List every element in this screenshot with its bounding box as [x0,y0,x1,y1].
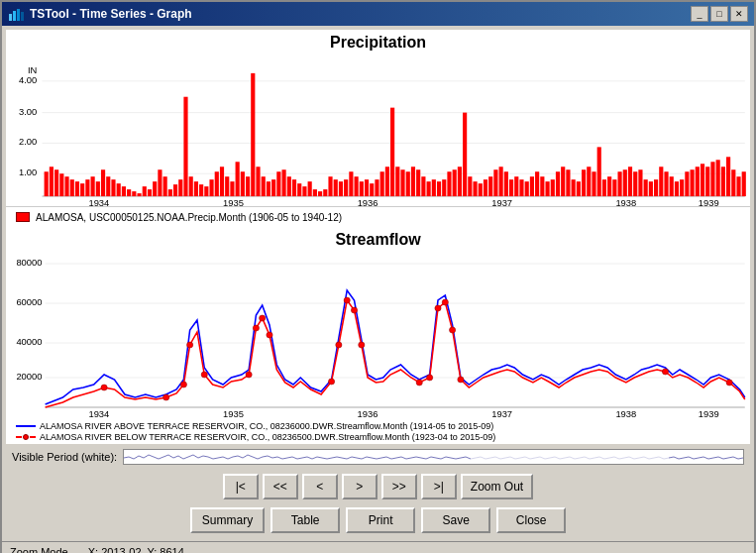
svg-rect-3 [21,12,24,21]
svg-text:4.00: 4.00 [19,75,37,85]
svg-rect-93 [416,169,420,196]
precipitation-title: Precipitation [6,30,750,54]
streamflow-section: Streamflow 80000 60000 40000 20000 [6,227,750,444]
svg-rect-21 [45,171,49,196]
svg-rect-106 [484,179,487,196]
svg-point-185 [351,307,357,313]
precipitation-legend: ALAMOSA, USC00050125.NOAA.Precip.Month (… [6,207,750,227]
svg-rect-144 [680,179,684,196]
streamflow-chart[interactable]: 80000 60000 40000 20000 1934 1935 193 [6,251,750,419]
svg-rect-129 [602,179,606,196]
next-big-button[interactable]: >> [381,474,417,499]
window-title: TSTool - Time Series - Graph [30,7,192,21]
svg-rect-79 [344,179,348,196]
svg-point-177 [201,372,207,378]
content-area: Precipitation IN 4.00 3.00 2.00 1.00 [2,26,754,541]
svg-rect-111 [509,179,513,196]
print-button[interactable]: Print [346,507,415,533]
red-seg-2 [30,436,36,438]
action-buttons: Summary Table Print Save Close [6,505,750,537]
svg-rect-155 [736,176,740,196]
svg-rect-156 [742,171,746,196]
svg-rect-115 [530,176,534,196]
svg-point-186 [359,342,365,348]
red-dot-indicator [16,434,36,440]
next-button[interactable]: > [342,474,378,499]
svg-rect-100 [453,169,457,196]
streamflow-svg: 80000 60000 40000 20000 1934 1935 193 [6,251,750,419]
svg-rect-51 [199,184,203,196]
svg-rect-28 [80,183,84,196]
svg-rect-98 [442,179,446,196]
svg-rect-132 [617,171,621,196]
prev-big-button[interactable]: << [263,474,298,499]
svg-rect-74 [318,191,322,196]
maximize-button[interactable]: □ [710,6,728,22]
svg-rect-0 [9,14,12,21]
svg-rect-124 [577,181,581,196]
svg-point-178 [246,372,252,378]
svg-rect-145 [685,171,689,196]
minimap-svg [124,450,743,464]
red-dot [23,434,29,440]
first-button[interactable]: |< [223,474,259,499]
zoom-out-button[interactable]: Zoom Out [461,474,533,499]
precip-legend-color [16,212,30,222]
svg-text:1934: 1934 [88,198,109,206]
svg-rect-30 [91,176,95,196]
svg-rect-31 [96,181,100,196]
svg-rect-95 [427,181,431,196]
save-button[interactable]: Save [421,507,490,533]
svg-rect-123 [572,179,576,196]
svg-point-184 [344,297,350,303]
svg-rect-58 [236,162,240,196]
close-window-button[interactable]: ✕ [730,6,748,22]
svg-rect-128 [597,147,601,196]
svg-rect-137 [644,179,648,196]
svg-text:60000: 60000 [16,297,42,307]
svg-rect-108 [493,169,497,196]
table-button[interactable]: Table [270,507,340,533]
svg-rect-131 [612,179,616,196]
svg-rect-48 [183,97,187,196]
svg-rect-73 [313,189,317,196]
svg-rect-125 [582,169,586,196]
close-button[interactable]: Close [496,507,566,533]
svg-point-174 [163,394,169,400]
svg-text:1939: 1939 [699,409,719,419]
legend-line-1: ALAMOSA RIVER ABOVE TERRACE RESERVOIR, C… [16,421,740,431]
svg-rect-143 [675,181,679,196]
svg-rect-146 [691,169,695,196]
precipitation-chart[interactable]: IN 4.00 3.00 2.00 1.00 1934 1935 [6,54,750,207]
prev-button[interactable]: < [302,474,338,499]
summary-button[interactable]: Summary [190,507,265,533]
last-button[interactable]: >| [421,474,457,499]
svg-rect-1 [13,11,16,21]
svg-point-189 [435,305,441,311]
minimap[interactable] [123,449,744,465]
svg-text:IN: IN [28,65,37,75]
svg-rect-34 [111,179,115,196]
svg-rect-104 [473,181,477,196]
svg-text:80000: 80000 [16,258,42,268]
svg-rect-121 [561,166,565,196]
chart-container: Precipitation IN 4.00 3.00 2.00 1.00 [6,30,750,444]
precipitation-svg: IN 4.00 3.00 2.00 1.00 1934 1935 [6,54,750,206]
svg-rect-140 [659,166,663,196]
svg-rect-50 [194,181,198,196]
svg-point-193 [662,369,668,375]
svg-rect-33 [106,176,110,196]
svg-rect-84 [370,183,374,196]
svg-text:3.00: 3.00 [19,107,37,117]
svg-rect-97 [437,181,441,196]
svg-point-194 [726,380,732,386]
minimize-button[interactable]: _ [691,6,708,22]
svg-rect-24 [59,173,63,196]
svg-rect-149 [705,166,709,196]
svg-rect-133 [623,169,627,196]
svg-rect-102 [463,113,467,196]
svg-text:1934: 1934 [88,409,109,419]
svg-rect-83 [365,179,369,196]
svg-rect-82 [360,181,364,196]
svg-rect-62 [256,166,260,196]
